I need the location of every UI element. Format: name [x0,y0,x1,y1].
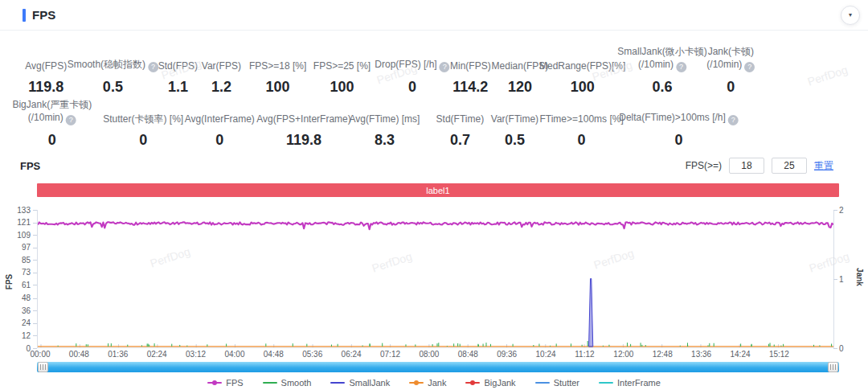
legend-marker [465,382,480,384]
stats-row-1: Avg(FPS)119.8Smooth(稳帧指数)?0.5Std(FPS)1.1… [0,42,868,95]
stat-value: 100 [330,79,354,95]
x-axis-tick-label: 05:36 [302,350,322,359]
stat-label: BigJank(严重卡顿) [12,98,92,111]
stat-delta-ftime: Delta(FTime)>100ms [/h]?0 [619,111,739,148]
stat-min-fps: Min(FPS)114.2 [450,60,491,95]
fps-threshold-input-1[interactable] [729,158,764,174]
stat-label: MedRange(FPS)[%] [539,60,625,72]
y-axis-tick-label: 121 [0,218,31,227]
fps-threshold-label: FPS(>=) [686,160,722,171]
legend-item-smooth[interactable]: Smooth [263,378,312,388]
stat-value: 0.5 [505,132,525,148]
y-axis-tick-label: 85 [0,256,31,265]
fps-threshold-input-2[interactable] [772,158,807,174]
legend-marker [330,382,345,384]
help-icon[interactable]: ? [676,62,686,72]
panel-header: FPS ▾ [0,0,868,31]
right-axis-tick-mark [833,348,837,349]
x-axis-tick-label: 01:36 [108,350,128,359]
scrollbar-right-handle[interactable] [828,362,838,372]
y-axis-tick-label: 97 [0,243,31,252]
x-axis-tick-label: 08:00 [419,350,439,359]
chart-header: FPS FPS(>=) 重置 [0,158,868,179]
stat-var-fps: Var(FPS)1.2 [202,60,241,95]
help-icon[interactable]: ? [148,62,158,72]
right-axis-title: Jank [855,268,864,286]
stat-var-ftime: Var(FTime)0.5 [491,113,538,148]
stat-value: 0 [578,132,586,148]
stat-medrange-fps: MedRange(FPS)[%]100 [539,60,625,95]
stat-std-fps: Std(FPS)1.1 [158,60,198,95]
panel-title: FPS [32,8,55,22]
stat-label: Jank(卡顿) [708,45,754,58]
collapse-button[interactable]: ▾ [841,6,860,25]
stat-avg-interframe: Avg(InterFrame)0 [185,113,255,148]
stat-value: 0 [215,132,223,148]
accent-bar [23,9,26,22]
stat-avg-ftime: Avg(FTime) [ms]8.3 [349,113,420,148]
legend-item-jank[interactable]: Jank [409,378,446,388]
legend-label: InterFrame [617,378,661,388]
legend-marker [409,382,424,384]
right-axis-tick-mark [833,210,837,211]
legend-item-stutter[interactable]: Stutter [535,378,579,388]
legend-item-bigjank[interactable]: BigJank [465,378,515,388]
x-axis-tick-label: 00:00 [30,350,50,359]
x-axis-tick-label: 08:48 [458,350,478,359]
help-icon[interactable]: ? [440,62,450,72]
stat-drop-fps: Drop(FPS) [/h]?0 [375,58,449,95]
stat-value: 119.8 [286,132,321,148]
legend-label: Stutter [554,378,579,388]
right-axis-tick-mark [833,279,837,280]
reset-link[interactable]: 重置 [814,159,833,173]
fps-threshold-controls: FPS(>=) 重置 [686,158,833,174]
chart-range-scrollbar[interactable] [37,362,839,372]
stat-std-ftime: Std(FTime)0.7 [436,113,485,148]
legend-marker [535,382,550,384]
chart-title: FPS [20,160,40,172]
y-axis-tick-mark [33,298,37,299]
legend-label: Smooth [281,378,312,388]
x-axis-tick-label: 14:24 [731,350,751,359]
stat-label: Min(FPS) [450,60,491,72]
y-axis-tick-mark [33,260,37,261]
help-icon[interactable]: ? [728,115,739,125]
y-axis-tick-mark [33,223,37,224]
x-axis-tick-label: 04:48 [264,350,284,359]
scrollbar-left-handle[interactable] [38,362,48,372]
y-axis-tick-mark [33,210,37,211]
legend-label: SmallJank [349,378,390,388]
x-axis-tick-label: 02:24 [147,350,167,359]
stat-smalljank: SmallJank(微小卡顿)(/10min)?0.6 [617,45,706,95]
stat-label: Avg(FPS+InterFrame) [256,113,350,125]
stat-value: 0 [139,132,147,148]
help-icon[interactable]: ? [66,115,76,125]
stat-value: 100 [266,79,290,95]
stat-smooth: Smooth(稳帧指数)?0.5 [68,58,158,95]
legend-item-smalljank[interactable]: SmallJank [330,378,390,388]
legend-item-fps[interactable]: FPS [207,378,243,388]
legend-marker [207,382,222,384]
y-axis-tick-mark [33,323,37,324]
y-axis-tick-mark [33,285,37,285]
stat-jank: Jank(卡顿)(/10min)?0 [706,45,755,95]
stat-value: 1.1 [168,79,188,95]
x-axis-tick-label: 12:48 [653,350,673,359]
help-icon[interactable]: ? [744,62,755,72]
stat-label-line2: (/10min)? [638,58,686,72]
y-axis-tick-label: 133 [0,206,31,215]
y-axis-tick-mark [33,348,37,349]
plot-region[interactable] [37,210,834,348]
x-axis-tick-label: 04:00 [224,350,244,359]
right-axis-tick-label: 2 [839,206,844,215]
stat-label: Std(FPS) [158,60,198,72]
stat-stutter: Stutter(卡顿率) [%]0 [103,113,183,148]
stat-label: Avg(FPS) [25,60,67,72]
chart-canvas [38,210,833,347]
x-axis-tick-label: 10:24 [536,350,556,359]
x-axis-tick-label: 13:36 [691,350,711,359]
legend-item-interframe[interactable]: InterFrame [599,378,661,388]
x-axis-tick-label: 03:12 [186,350,206,359]
stat-value: 0.7 [450,132,470,148]
stat-value: 120 [508,79,532,95]
